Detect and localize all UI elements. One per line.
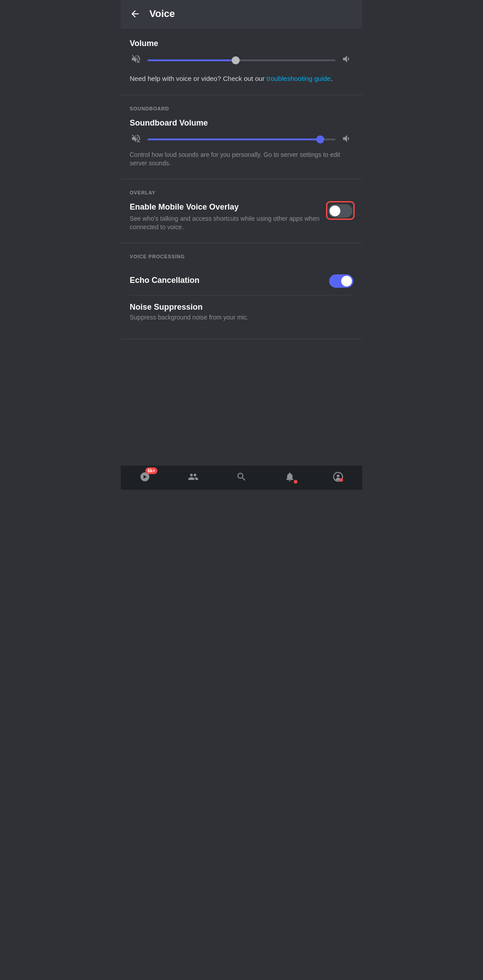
noise-suppression-item: Noise Suppression Suppress background no… bbox=[130, 295, 353, 328]
echo-cancellation-toggle[interactable] bbox=[329, 274, 353, 288]
echo-cancellation-row: Echo Cancellation bbox=[130, 273, 353, 288]
voice-processing-label: VOICE PROCESSING bbox=[130, 254, 353, 259]
voice-processing-section: VOICE PROCESSING Echo Cancellation Noise… bbox=[121, 243, 362, 339]
nav-item-profile[interactable] bbox=[331, 470, 345, 484]
overlay-toggle-row: Enable Mobile Voice Overlay See who's ta… bbox=[130, 202, 353, 232]
soundboard-volume-up-icon bbox=[341, 133, 353, 146]
back-icon bbox=[130, 8, 140, 19]
profile-icon bbox=[331, 470, 345, 484]
volume-mute-icon bbox=[130, 54, 142, 67]
soundboard-slider-row bbox=[130, 133, 353, 146]
noise-suppression-title: Noise Suppression bbox=[130, 303, 249, 312]
volume-section: Volume Need help with voice or video? Ch… bbox=[121, 28, 362, 95]
nav-item-notifications[interactable] bbox=[283, 470, 297, 484]
notification-dot bbox=[293, 479, 298, 484]
overlay-toggle-highlighted bbox=[327, 202, 353, 219]
friends-icon bbox=[186, 470, 200, 484]
volume-up-icon bbox=[341, 54, 353, 67]
nav-item-search[interactable] bbox=[235, 470, 248, 484]
overlay-toggle[interactable] bbox=[328, 204, 352, 218]
nav-item-friends[interactable] bbox=[186, 470, 200, 484]
echo-cancellation-title: Echo Cancellation bbox=[130, 276, 199, 285]
noise-suppression-info: Noise Suppression Suppress background no… bbox=[130, 303, 249, 321]
search-icon bbox=[235, 470, 248, 484]
soundboard-section: SOUNDBOARD Soundboard Volume Control how… bbox=[121, 95, 362, 179]
soundboard-slider-fill bbox=[148, 139, 320, 140]
volume-slider-thumb[interactable] bbox=[232, 56, 240, 64]
overlay-section: OVERLAY Enable Mobile Voice Overlay See … bbox=[121, 179, 362, 243]
overlay-label: OVERLAY bbox=[130, 190, 353, 195]
noise-suppression-row: Noise Suppression Suppress background no… bbox=[130, 303, 353, 321]
back-button[interactable] bbox=[130, 8, 140, 19]
overlay-description: See who's talking and access shortcuts w… bbox=[130, 215, 320, 232]
soundboard-label: SOUNDBOARD bbox=[130, 106, 353, 111]
home-badge: 6k+ bbox=[145, 467, 157, 474]
volume-slider-row bbox=[130, 54, 353, 67]
soundboard-slider-thumb[interactable] bbox=[316, 135, 324, 143]
soundboard-mute-icon bbox=[130, 133, 142, 146]
noise-suppression-description: Suppress background noise from your mic. bbox=[130, 314, 249, 321]
overlay-title: Enable Mobile Voice Overlay bbox=[130, 202, 320, 212]
volume-title: Volume bbox=[130, 39, 353, 48]
svg-point-1 bbox=[337, 475, 339, 477]
help-text: Need help with voice or video? Check out… bbox=[130, 74, 353, 84]
overlay-info: Enable Mobile Voice Overlay See who's ta… bbox=[130, 202, 320, 232]
volume-slider-fill bbox=[148, 59, 236, 61]
soundboard-slider[interactable] bbox=[148, 139, 335, 140]
svg-point-2 bbox=[339, 478, 343, 482]
content-area: Volume Need help with voice or video? Ch… bbox=[121, 28, 362, 465]
header: Voice bbox=[121, 0, 362, 28]
nav-item-home[interactable]: 6k+ bbox=[138, 470, 152, 484]
echo-cancellation-item: Echo Cancellation bbox=[130, 266, 353, 295]
troubleshooting-link[interactable]: troubleshooting guide bbox=[267, 75, 330, 82]
volume-slider[interactable] bbox=[148, 59, 335, 61]
soundboard-volume-title: Soundboard Volume bbox=[130, 118, 353, 128]
bottom-nav: 6k+ bbox=[121, 465, 362, 490]
soundboard-description: Control how loud sounds are for you pers… bbox=[130, 151, 353, 168]
page-title: Voice bbox=[149, 8, 175, 20]
